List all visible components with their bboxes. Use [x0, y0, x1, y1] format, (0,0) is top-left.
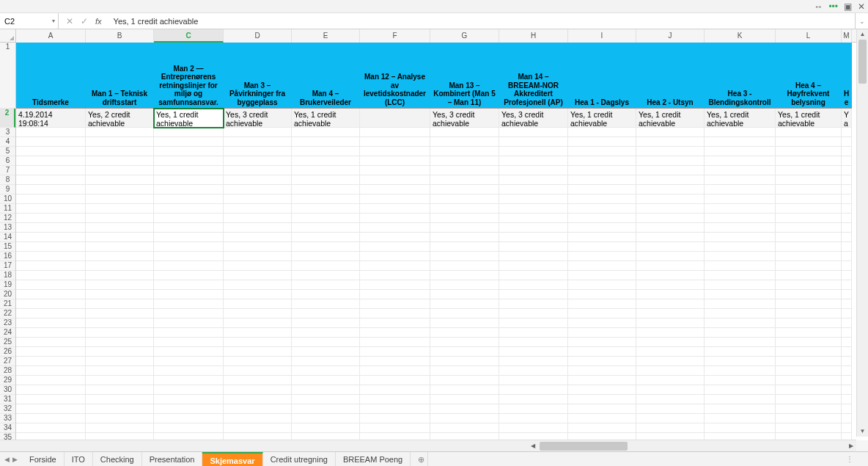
cell-A16[interactable] — [16, 252, 86, 261]
cell-A22[interactable] — [16, 309, 86, 318]
cell-H34[interactable] — [499, 423, 568, 433]
cell-M12[interactable] — [842, 214, 852, 223]
scroll-right-icon[interactable]: ▶ — [846, 443, 856, 449]
new-sheet-button[interactable]: ⊕ — [411, 452, 428, 467]
cell-H4[interactable] — [499, 137, 568, 147]
cell-K1[interactable]: Hea 3 - Blendingskontroll — [705, 43, 776, 109]
cell-F12[interactable] — [360, 214, 430, 223]
sheet-tab-credit-utregning[interactable]: Credit utregning — [263, 452, 336, 467]
cell-L30[interactable] — [776, 385, 842, 395]
cell-D29[interactable] — [224, 376, 292, 385]
cell-L13[interactable] — [776, 223, 842, 233]
cell-C26[interactable] — [154, 347, 224, 357]
sheet-tab-presentation[interactable]: Presentation — [142, 452, 203, 467]
cell-L7[interactable] — [776, 166, 842, 175]
vscroll-thumb[interactable] — [858, 40, 867, 84]
cell-M2[interactable]: Y a — [842, 109, 852, 128]
cell-I14[interactable] — [568, 233, 636, 242]
cell-G19[interactable] — [430, 280, 499, 290]
cell-H8[interactable] — [499, 175, 568, 185]
cell-E2[interactable]: Yes, 1 credit achievable — [292, 109, 360, 128]
cell-J30[interactable] — [636, 385, 705, 395]
cell-I9[interactable] — [568, 185, 636, 194]
cell-D11[interactable] — [224, 204, 292, 214]
cell-H1[interactable]: Man 14 – BREEAM-NOR Akkreditert Profesjo… — [499, 43, 568, 109]
cell-E28[interactable] — [292, 366, 360, 376]
row-header-5[interactable]: 5 — [0, 147, 15, 156]
cell-H12[interactable] — [499, 214, 568, 223]
cell-E14[interactable] — [292, 233, 360, 242]
cell-C13[interactable] — [154, 223, 224, 233]
row-header-28[interactable]: 28 — [0, 366, 15, 376]
row-header-7[interactable]: 7 — [0, 166, 15, 175]
cell-L1[interactable]: Hea 4 – Høyfrekvent belysning — [776, 43, 842, 109]
cell-G30[interactable] — [430, 385, 499, 395]
cell-F22[interactable] — [360, 309, 430, 318]
cell-A26[interactable] — [16, 347, 86, 357]
cell-B12[interactable] — [86, 214, 154, 223]
cell-B32[interactable] — [86, 404, 154, 414]
row-header-13[interactable]: 13 — [0, 223, 15, 233]
cell-D28[interactable] — [224, 366, 292, 376]
cell-F23[interactable] — [360, 318, 430, 328]
row-header-16[interactable]: 16 — [0, 252, 15, 261]
cell-M9[interactable] — [842, 185, 852, 194]
cell-C17[interactable] — [154, 261, 224, 271]
cell-K28[interactable] — [705, 366, 776, 376]
cell-F20[interactable] — [360, 290, 430, 299]
cell-C12[interactable] — [154, 214, 224, 223]
cell-L33[interactable] — [776, 414, 842, 423]
row-header-18[interactable]: 18 — [0, 271, 15, 280]
cell-H28[interactable] — [499, 366, 568, 376]
cell-C24[interactable] — [154, 328, 224, 338]
cell-I12[interactable] — [568, 214, 636, 223]
cell-F7[interactable] — [360, 166, 430, 175]
cell-E1[interactable]: Man 4 – Brukerveileder — [292, 43, 360, 109]
cell-M13[interactable] — [842, 223, 852, 233]
cell-G15[interactable] — [430, 242, 499, 252]
cell-E9[interactable] — [292, 185, 360, 194]
sheet-tab-forside[interactable]: Forside — [22, 452, 65, 467]
cell-B10[interactable] — [86, 194, 154, 204]
row-header-22[interactable]: 22 — [0, 309, 15, 318]
cell-H2[interactable]: Yes, 3 credit achievable — [499, 109, 568, 128]
cell-M31[interactable] — [842, 395, 852, 404]
cell-F30[interactable] — [360, 385, 430, 395]
sheet-tab-ito[interactable]: ITO — [65, 452, 93, 467]
cell-G25[interactable] — [430, 338, 499, 347]
cell-D31[interactable] — [224, 395, 292, 404]
cell-A28[interactable] — [16, 366, 86, 376]
column-header-B[interactable]: B — [86, 29, 154, 43]
cell-B1[interactable]: Man 1 – Teknisk driftsstart — [86, 43, 154, 109]
cell-M27[interactable] — [842, 357, 852, 366]
cell-C21[interactable] — [154, 299, 224, 309]
cell-C33[interactable] — [154, 414, 224, 423]
cell-A20[interactable] — [16, 290, 86, 299]
cell-H6[interactable] — [499, 156, 568, 166]
cell-J11[interactable] — [636, 204, 705, 214]
cell-J25[interactable] — [636, 338, 705, 347]
cell-D15[interactable] — [224, 242, 292, 252]
cell-M21[interactable] — [842, 299, 852, 309]
cell-A31[interactable] — [16, 395, 86, 404]
cell-H20[interactable] — [499, 290, 568, 299]
cell-F17[interactable] — [360, 261, 430, 271]
cell-K12[interactable] — [705, 214, 776, 223]
cell-K22[interactable] — [705, 309, 776, 318]
cell-E16[interactable] — [292, 252, 360, 261]
cell-B8[interactable] — [86, 175, 154, 185]
cell-B19[interactable] — [86, 280, 154, 290]
cell-L8[interactable] — [776, 175, 842, 185]
cell-D4[interactable] — [224, 137, 292, 147]
cell-L5[interactable] — [776, 147, 842, 156]
cell-K11[interactable] — [705, 204, 776, 214]
cell-F31[interactable] — [360, 395, 430, 404]
cell-A11[interactable] — [16, 204, 86, 214]
cell-K17[interactable] — [705, 261, 776, 271]
cell-D19[interactable] — [224, 280, 292, 290]
cell-K4[interactable] — [705, 137, 776, 147]
cell-C7[interactable] — [154, 166, 224, 175]
cell-C11[interactable] — [154, 204, 224, 214]
cell-A9[interactable] — [16, 185, 86, 194]
cell-E30[interactable] — [292, 385, 360, 395]
